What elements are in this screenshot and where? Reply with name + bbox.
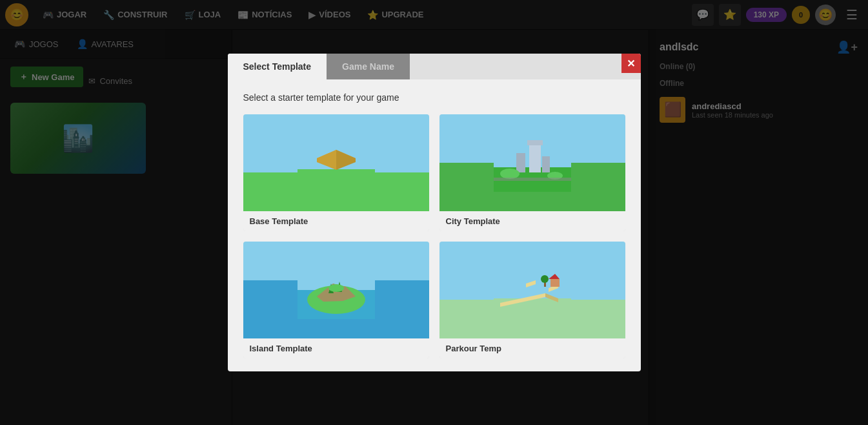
select-template-modal: Select Template Game Name ✕ Select a sta… [228,54,641,371]
svg-rect-9 [516,153,525,172]
template-city-image [439,114,625,211]
svg-point-11 [500,169,520,179]
template-parkour-image [439,242,625,338]
modal-subtitle: Select a starter template for your game [243,92,625,103]
template-base-image [243,114,429,211]
modal-header: Select Template Game Name ✕ [228,54,641,79]
template-island[interactable]: Island Template [243,242,429,358]
svg-rect-1 [298,169,375,192]
template-parkour-label: Parkour Temp [439,338,625,358]
svg-point-30 [541,275,549,283]
svg-rect-13 [494,178,571,181]
template-base[interactable]: Base Template [243,114,429,231]
modal-body: Select a starter template for your game [228,79,641,371]
template-city-label: City Template [439,211,625,231]
close-icon: ✕ [627,57,635,70]
modal-close-button[interactable]: ✕ [621,54,641,73]
svg-rect-22 [494,298,571,319]
template-parkour[interactable]: Parkour Temp [439,242,625,358]
tab-select-template-label: Select Template [243,61,312,72]
templates-grid: Base Template [243,114,625,358]
modal-overlay: Select Template Game Name ✕ Select a sta… [0,0,868,425]
svg-rect-10 [542,156,550,172]
svg-rect-8 [527,140,543,145]
template-city[interactable]: City Template [439,114,625,231]
svg-rect-27 [550,279,560,287]
tab-game-name-label: Game Name [342,61,394,72]
svg-point-20 [328,284,344,292]
tab-game-name[interactable]: Game Name [327,54,410,79]
template-island-label: Island Template [243,338,429,358]
template-island-image [243,242,429,338]
template-base-label: Base Template [243,211,429,231]
tab-select-template[interactable]: Select Template [228,54,327,79]
